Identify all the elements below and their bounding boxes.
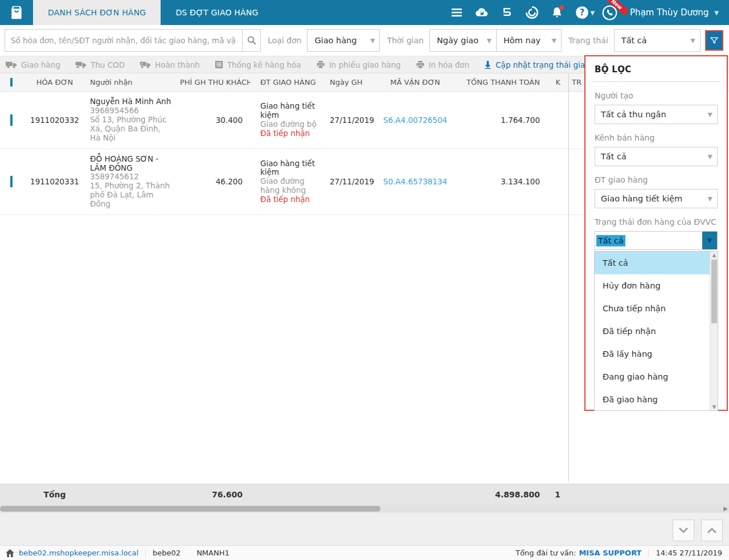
delivery-method: Giao đường bộ xyxy=(260,120,317,129)
shipping-status: Đã tiếp nhận xyxy=(260,129,317,138)
order-type-label: Loại đơn xyxy=(268,36,301,45)
scroll-up-arrow-icon[interactable]: ▲ xyxy=(710,252,718,258)
menu-icon[interactable] xyxy=(444,0,469,25)
tab-danh-sach-don-hang[interactable]: DANH SÁCH ĐƠN HÀNG xyxy=(33,0,161,25)
partner-name: Giao hàng tiết kiệm xyxy=(260,102,317,120)
col-k-truncated[interactable]: K xyxy=(548,78,568,87)
search-icon xyxy=(247,35,257,46)
total-payment: 1.764.700 xyxy=(458,110,548,130)
col-phi-gh[interactable]: PHÍ GH THU KHÁCH xyxy=(177,78,251,87)
option-da-giao-hang[interactable]: Đã giao hàng xyxy=(595,388,718,411)
home-icon[interactable] xyxy=(6,549,14,557)
tab-ds-dot-giao-hang[interactable]: DS ĐỢT GIAO HÀNG xyxy=(161,0,273,25)
option-chua-tiep-nhan[interactable]: Chưa tiếp nhận xyxy=(595,297,718,320)
toolbar-thu-cod[interactable]: Thu COD xyxy=(75,60,125,69)
toolbar-label: Thống kê hàng hóa xyxy=(227,60,301,69)
carrier-status-combobox[interactable]: Tất cả ▼ xyxy=(595,231,718,250)
scroll-right-arrow-icon[interactable]: ▶ xyxy=(723,505,728,513)
invoice-number: 1911020331 xyxy=(23,171,87,192)
toolbar-hoan-thanh[interactable]: Hoàn thành xyxy=(140,60,200,69)
help-icon[interactable]: ? xyxy=(570,0,595,25)
truck-icon xyxy=(6,61,17,69)
col-ma-van-don[interactable]: MÃ VẬN ĐƠN xyxy=(372,78,458,87)
report-icon xyxy=(215,60,223,69)
horizontal-scrollbar[interactable]: ▶ xyxy=(0,505,729,513)
bell-icon[interactable] xyxy=(544,0,570,25)
toolbar-in-phieu-giao-hang[interactable]: In phiếu giao hàng xyxy=(316,60,401,69)
app-logo[interactable] xyxy=(0,0,33,25)
chevron-down-icon xyxy=(678,527,689,534)
time-range-dropdown[interactable]: Hôm nay ▼ xyxy=(497,29,562,52)
user-caret-icon[interactable]: ▼ xyxy=(714,10,719,16)
delivery-method: Giao đường hàng không xyxy=(260,177,317,195)
scroll-down-button[interactable] xyxy=(673,520,694,541)
toolbar-in-hoa-don[interactable]: In hóa đơn xyxy=(416,60,470,69)
tracking-number-link[interactable]: S0.A4.65738134 xyxy=(372,171,458,192)
horizontal-scrollbar-thumb[interactable] xyxy=(0,506,380,512)
delivery-date: 27/11/2019 xyxy=(320,171,372,192)
scroll-down-arrow-icon[interactable]: ▼ xyxy=(710,404,718,410)
invoice-number: 1911020332 xyxy=(23,110,87,130)
tracking-number-link[interactable]: S6.A4.00726504 xyxy=(372,110,458,130)
status-label: Trạng thái xyxy=(568,36,608,45)
search-button[interactable] xyxy=(243,29,261,52)
swirl-app-icon[interactable] xyxy=(519,0,544,25)
creator-value: Tất cả thu ngân xyxy=(601,110,666,119)
cloud-icon[interactable] xyxy=(469,0,494,25)
creator-dropdown[interactable]: Tất cả thu ngân ▼ xyxy=(595,105,718,124)
options-list-scrollbar[interactable]: ▲ ▼ xyxy=(710,252,718,410)
chevron-down-icon: ▼ xyxy=(707,237,712,244)
options-scrollbar-thumb[interactable] xyxy=(711,260,717,323)
order-type-dropdown[interactable]: Giao hàng ▼ xyxy=(307,29,380,52)
chevron-down-icon: ▼ xyxy=(708,153,712,160)
user-name[interactable]: Phạm Thùy Dương xyxy=(622,7,714,18)
creator-label: Người tạo xyxy=(595,91,718,100)
five-app-icon[interactable] xyxy=(494,0,519,25)
shipping-status: Đã tiếp nhận xyxy=(260,195,317,204)
delivery-partner-dropdown[interactable]: Giao hàng tiết kiệm ▼ xyxy=(595,189,718,208)
select-all-checkbox[interactable] xyxy=(10,78,13,87)
option-tat-ca[interactable]: Tất cả xyxy=(595,252,718,274)
support-link[interactable]: MISA SUPPORT xyxy=(579,549,641,557)
carrier-status-dropdown-button[interactable]: ▼ xyxy=(702,232,717,249)
option-da-lay-hang[interactable]: Đã lấy hàng xyxy=(595,343,718,365)
row-checkbox[interactable] xyxy=(10,114,13,126)
col-nguoi-nhan[interactable]: Người nhận xyxy=(87,78,177,87)
channel-dropdown[interactable]: Tất cả ▼ xyxy=(595,147,718,166)
col-tong-thanh-toan[interactable]: TỔNG THANH TOÁN xyxy=(458,78,548,87)
option-da-tiep-nhan[interactable]: Đã tiếp nhận xyxy=(595,320,718,343)
option-dang-giao-hang[interactable]: Đang giao hàng xyxy=(595,365,718,388)
toolbar-thong-ke-hang-hoa[interactable]: Thống kê hàng hóa xyxy=(215,60,301,69)
status-dropdown[interactable]: Tất cả ▼ xyxy=(614,29,701,52)
time-field-dropdown[interactable]: Ngày giao ▼ xyxy=(429,29,497,52)
col-hoa-don[interactable]: HÓA ĐƠN xyxy=(23,78,87,87)
carrier-status-options-list: Tất cả Hủy đơn hàng Chưa tiếp nhận Đã ti… xyxy=(594,251,718,411)
chevron-down-icon: ▼ xyxy=(708,195,712,203)
datetime: 14:45 27/11/2019 xyxy=(656,549,722,557)
delivery-partner-cell: Giao hàng tiết kiệm Giao đường bộ Đã tiế… xyxy=(251,96,320,144)
time-label: Thời gian xyxy=(387,36,424,45)
toolbar-giao-hang[interactable]: Giao hàng xyxy=(6,60,60,69)
row-checkbox[interactable] xyxy=(10,176,13,187)
channel-value: Tất cả xyxy=(601,152,626,161)
domain-link[interactable]: bebe02.mshopkeeper.misa.local xyxy=(19,549,138,557)
col-ngay-gh[interactable]: Ngày GH xyxy=(320,78,372,87)
scroll-up-button[interactable] xyxy=(701,520,723,541)
support-label: Tổng đài tư vấn: xyxy=(515,549,576,557)
order-type-value: Giao hàng xyxy=(314,36,357,45)
status-value: Tất cả xyxy=(621,36,647,45)
filter-panel-title: BỘ LỌC xyxy=(595,64,718,75)
carrier-status-label: Trạng thái đơn hàng của ĐVVC xyxy=(595,217,718,227)
chevron-up-icon xyxy=(707,527,717,534)
filter-panel: BỘ LỌC Người tạo Tất cả thu ngân ▼ Kênh … xyxy=(584,55,728,411)
search-input[interactable] xyxy=(5,29,243,52)
summary-row: Tổng 76.600 4.898.800 1 xyxy=(0,484,729,505)
truck-cod-icon xyxy=(75,61,87,69)
toolbar-label: In phiếu giao hàng xyxy=(329,60,401,69)
option-huy-don-hang[interactable]: Hủy đơn hàng xyxy=(595,274,718,297)
col-dt-giao-hang[interactable]: ĐT GIAO HÀNG xyxy=(251,78,320,87)
advanced-filter-button[interactable] xyxy=(705,30,723,51)
shopping-bag-icon xyxy=(8,4,25,21)
chevron-down-icon: ▼ xyxy=(708,111,712,118)
phone-icon[interactable]: New xyxy=(597,0,622,25)
